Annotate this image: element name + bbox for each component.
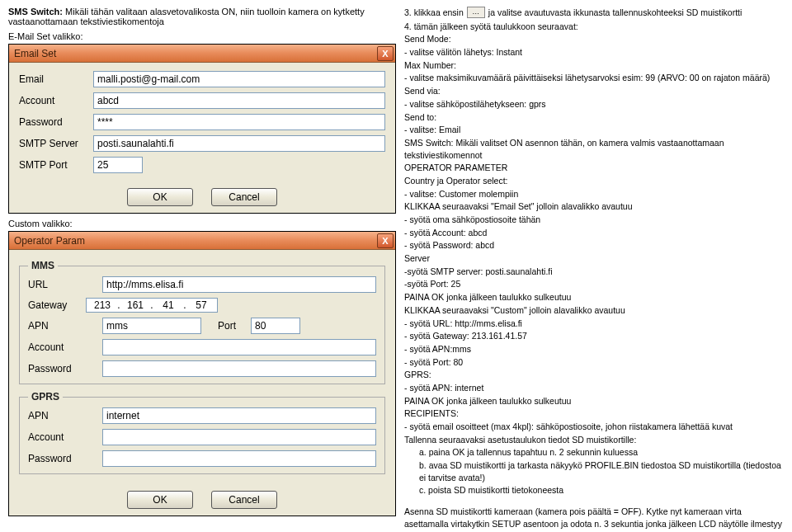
gprs-account-label: Account: [28, 431, 102, 443]
instruction-line: OPERATOR PARAMETER: [404, 162, 784, 174]
instruction-line: - syötä APN:mms: [404, 343, 784, 355]
instructions-panel: 3. klikkaa ensin … ja valitse avautuvast…: [404, 7, 784, 532]
instruction-line: Server: [404, 252, 784, 265]
operator-title: Operator Param: [14, 235, 85, 247]
email-title: Email Set: [14, 48, 56, 59]
gw-octet-4[interactable]: 57: [189, 299, 214, 311]
password-field[interactable]: [93, 114, 385, 130]
email-set-dialog: Email Set X Email Account Password SMTP …: [8, 44, 396, 214]
apn-label: APN: [28, 320, 102, 332]
instruction-line: Max Number:: [404, 59, 784, 72]
instruction-line: - syötä APN: internet: [404, 382, 784, 394]
instruction-line: Send to:: [404, 111, 784, 124]
operator-param-dialog: Operator Param X MMS URL Gateway 213. 16…: [8, 231, 396, 516]
gprs-apn-field[interactable]: [102, 407, 376, 424]
gprs-group: GPRS APN Account Password: [19, 391, 385, 474]
step-3b: ja valitse avautuvasta ikkunasta tallenn…: [488, 7, 742, 19]
instruction-line: - syötä Password: abcd: [404, 239, 784, 252]
instruction-line: SMS Switch: Mikäli valitset ON asennon t…: [404, 137, 784, 161]
instruction-line: KLIKKAA seuraavaksi "Email Set" jolloin …: [404, 200, 784, 213]
ok-button[interactable]: OK: [127, 188, 193, 206]
instruction-line: - valitse välitön lähetys: Instant: [404, 46, 784, 59]
port-label: Port: [218, 320, 251, 332]
smtp-port-label: SMTP Port: [19, 159, 93, 171]
password-label: Password: [19, 116, 93, 128]
email-titlebar: Email Set X: [9, 45, 395, 63]
mms-password-label: Password: [28, 363, 102, 374]
sms-switch-intro: SMS Switch: Mikäli tähän valitaan alasve…: [8, 7, 396, 26]
apn-field[interactable]: [102, 318, 201, 334]
gprs-legend: GPRS: [28, 391, 63, 403]
custom-heading: Custom valikko:: [8, 219, 396, 228]
step-3a: 3. klikkaa ensin: [404, 7, 464, 19]
gateway-field[interactable]: 213. 161. 41. 57: [86, 298, 218, 313]
gw-octet-2[interactable]: 161: [123, 299, 148, 311]
instruction-line: - syötä Account: abcd: [404, 227, 784, 239]
email-label: Email: [19, 73, 93, 85]
final-paragraph: Asenna SD muistikortti kameraan (kamera …: [404, 506, 784, 532]
instruction-line: Country ja Operator select:: [404, 175, 784, 187]
mms-legend: MMS: [28, 260, 58, 271]
instruction-line: - syötä URL: http://mms.elisa.fi: [404, 318, 784, 330]
instruction-line: - valitse: Email: [404, 124, 784, 136]
instruction-line: - syötä Gateway: 213.161.41.57: [404, 330, 784, 342]
instruction-line: RECIPIENTS:: [404, 407, 784, 420]
instruction-line: - syötä email osoitteet (max 4kpl): sähk…: [404, 421, 784, 433]
instruction-line: - valitse: Customer molempiin: [404, 188, 784, 200]
instruction-line: PAINA OK jonka jälkeen taulukko sulkeutu…: [404, 291, 784, 304]
instruction-line: - syötä Port: 80: [404, 356, 784, 369]
gw-octet-1[interactable]: 213: [90, 299, 115, 311]
gprs-password-label: Password: [28, 453, 102, 464]
instruction-line: Send Mode:: [404, 33, 784, 45]
ellipsis-icon: …: [467, 7, 485, 18]
sub-step-b: b. avaa SD muistikortti ja tarkasta näky…: [419, 459, 784, 483]
instruction-line: -syötä SMTP server: posti.saunalahti.fi: [404, 266, 784, 278]
sub-step-a: a. paina OK ja tallennus tapahtuu n. 2 s…: [419, 446, 784, 459]
gprs-password-field[interactable]: [102, 450, 376, 467]
instruction-line: - valitse sähköpostilähetykseen: gprs: [404, 98, 784, 111]
account-label: Account: [19, 95, 93, 106]
ok-button[interactable]: OK: [127, 491, 193, 509]
instruction-line: - valitse maksimikuvamäärä päivittäiseks…: [404, 72, 784, 84]
instruction-line: KLIKKAA seuraavaksi "Custom" jolloin ala…: [404, 304, 784, 317]
sub-step-c: c. poista SD muistikortti tietokoneesta: [419, 484, 784, 497]
gateway-label: Gateway: [28, 299, 86, 311]
mms-account-field[interactable]: [102, 339, 376, 355]
email-set-heading: E-Mail Set valikko:: [8, 31, 396, 41]
instruction-line: Send via:: [404, 85, 784, 97]
url-label: URL: [28, 279, 102, 290]
close-icon[interactable]: X: [377, 233, 394, 248]
gprs-apn-label: APN: [28, 410, 102, 421]
instruction-line: 4. tämän jälkeen syötä taulukkoon seuraa…: [404, 21, 784, 33]
email-field[interactable]: [93, 71, 385, 87]
instruction-line: - syötä oma sähköpostiosoite tähän: [404, 214, 784, 226]
sms-switch-label: SMS Switch:: [8, 7, 63, 16]
account-field[interactable]: [93, 92, 385, 109]
mms-password-field[interactable]: [102, 360, 376, 377]
close-icon[interactable]: X: [377, 46, 394, 61]
operator-titlebar: Operator Param X: [9, 232, 395, 250]
cancel-button[interactable]: Cancel: [211, 491, 277, 509]
gw-octet-3[interactable]: 41: [156, 299, 181, 311]
gprs-account-field[interactable]: [102, 429, 376, 445]
smtp-server-label: SMTP Server: [19, 138, 93, 149]
port-field[interactable]: [251, 318, 300, 334]
url-field[interactable]: [102, 276, 376, 293]
instruction-line: Tallenna seuraavaksi asetustaulukon tied…: [404, 434, 784, 446]
mms-account-label: Account: [28, 341, 102, 353]
instruction-line: PAINA OK jonka jälkeen taulukko sulkeutu…: [404, 395, 784, 407]
smtp-port-field[interactable]: [93, 157, 143, 173]
cancel-button[interactable]: Cancel: [211, 188, 277, 206]
mms-group: MMS URL Gateway 213. 161. 41. 57: [19, 260, 385, 384]
smtp-server-field[interactable]: [93, 135, 385, 152]
instruction-line: GPRS:: [404, 369, 784, 381]
instruction-line: -syötä Port: 25: [404, 278, 784, 290]
